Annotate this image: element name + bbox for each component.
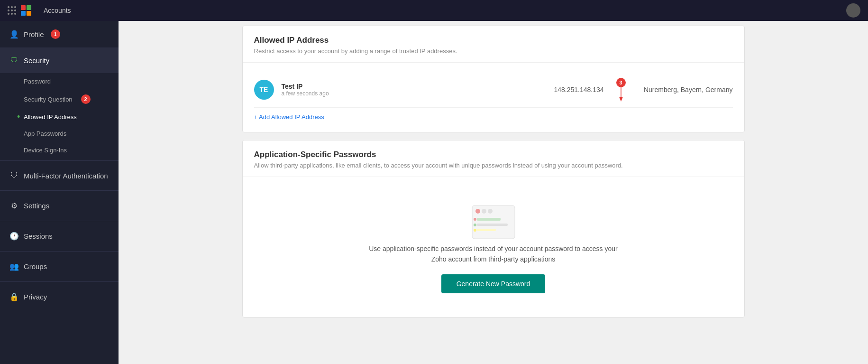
user-avatar[interactable]: [846, 3, 860, 18]
sessions-icon: 🕐: [9, 232, 19, 241]
svg-rect-10: [477, 218, 501, 221]
empty-state-text: Use application-specific passwords inste…: [369, 243, 617, 265]
annotation-badge-2: 2: [81, 94, 91, 104]
annotation-3-area: 3: [612, 78, 630, 102]
app-passwords-card: Application-Specific Passwords Allow thi…: [242, 140, 745, 317]
sidebar-item-profile[interactable]: 👤 Profile 1: [0, 21, 119, 47]
allowed-ip-subtitle: Restrict access to your account by addin…: [254, 47, 733, 55]
allowed-ip-title: Allowed IP Address: [254, 36, 733, 45]
allowed-ip-label: Allowed IP Address: [24, 113, 77, 121]
ip-info: Test IP a few seconds ago: [282, 83, 329, 97]
sidebar-sub-app-passwords[interactable]: App Passwords: [0, 125, 119, 142]
sidebar-item-security[interactable]: 🛡 Security: [0, 47, 119, 73]
annotation-badge-3: 3: [616, 78, 626, 87]
empty-text-line2: Zoho account from third-party applicatio…: [431, 255, 555, 263]
sidebar-item-groups[interactable]: 👥 Groups: [0, 253, 119, 280]
groups-icon: 👥: [9, 262, 19, 271]
empty-state: Use application-specific passwords inste…: [254, 187, 733, 308]
password-label: Password: [24, 78, 51, 85]
svg-rect-12: [477, 229, 496, 231]
sidebar-item-settings[interactable]: ⚙ Settings: [0, 193, 119, 219]
sidebar-sub-password[interactable]: Password: [0, 73, 119, 90]
ip-entry-row: TE Test IP a few seconds ago 148.251.148…: [254, 72, 733, 108]
sidebar-item-sessions[interactable]: 🕐 Sessions: [0, 223, 119, 249]
shield-icon: 🛡: [9, 56, 19, 65]
security-question-label: Security Question: [24, 96, 73, 103]
topbar: Accounts: [0, 0, 868, 21]
main-content: Allowed IP Address Restrict access to yo…: [119, 21, 868, 364]
svg-point-13: [474, 218, 476, 221]
allowed-ip-card: Allowed IP Address Restrict access to yo…: [242, 26, 745, 132]
privacy-icon: 🔒: [9, 292, 19, 301]
app-passwords-title: Application-Specific Passwords: [254, 150, 733, 159]
annotation-arrow-3: [616, 87, 626, 102]
add-ip-label: + Add Allowed IP Address: [254, 113, 324, 121]
sidebar-sub-allowed-ip[interactable]: Allowed IP Address: [0, 109, 119, 125]
svg-marker-5: [619, 97, 623, 102]
allowed-ip-body: TE Test IP a few seconds ago 148.251.148…: [243, 63, 744, 132]
svg-point-14: [474, 224, 476, 226]
ip-location: Nuremberg, Bayern, Germany: [638, 86, 733, 93]
generate-password-button[interactable]: Generate New Password: [441, 274, 546, 293]
empty-text-line1: Use application-specific passwords inste…: [369, 245, 617, 252]
svg-rect-3: [27, 11, 31, 16]
grid-menu-icon[interactable]: [8, 6, 16, 15]
user-icon: 👤: [9, 30, 19, 39]
svg-point-8: [482, 209, 486, 214]
empty-state-illustration: [467, 201, 520, 243]
svg-point-9: [488, 209, 493, 214]
svg-rect-11: [477, 224, 508, 226]
app-passwords-label: App Passwords: [24, 130, 66, 137]
sidebar-profile-label: Profile: [24, 30, 44, 38]
sidebar-item-privacy[interactable]: 🔒 Privacy: [0, 284, 119, 310]
device-signins-label: Device Sign-Ins: [24, 147, 67, 154]
ip-address: 148.251.148.134: [554, 86, 603, 93]
app-passwords-body: Use application-specific passwords inste…: [243, 177, 744, 317]
logo: Accounts: [21, 5, 71, 16]
sessions-label: Sessions: [24, 232, 53, 240]
settings-label: Settings: [24, 202, 49, 210]
sidebar-item-mfa[interactable]: 🛡 Multi-Factor Authentication: [0, 163, 119, 188]
svg-rect-0: [21, 5, 26, 10]
annotation-badge-1: 1: [51, 29, 60, 39]
allowed-ip-header: Allowed IP Address Restrict access to yo…: [243, 26, 744, 63]
settings-icon: ⚙: [9, 201, 19, 210]
mfa-icon: 🛡: [9, 171, 19, 180]
security-sub-menu: Password Security Question 2 Allowed IP …: [0, 73, 119, 159]
mfa-label: Multi-Factor Authentication: [24, 172, 108, 180]
svg-rect-1: [27, 5, 31, 10]
sidebar-sub-security-question[interactable]: Security Question 2: [0, 90, 119, 109]
ip-time: a few seconds ago: [282, 90, 329, 97]
app-name: Accounts: [44, 7, 71, 14]
app-passwords-header: Application-Specific Passwords Allow thi…: [243, 140, 744, 177]
ip-name: Test IP: [282, 83, 329, 90]
svg-point-7: [475, 209, 480, 214]
zoho-logo-svg: [21, 5, 39, 16]
svg-point-15: [474, 229, 476, 232]
ip-avatar: TE: [254, 80, 274, 100]
privacy-label: Privacy: [24, 293, 47, 301]
app-passwords-subtitle: Allow third-party applications, like ema…: [254, 162, 733, 169]
add-ip-link[interactable]: + Add Allowed IP Address: [254, 108, 733, 122]
svg-rect-2: [21, 11, 26, 16]
groups-label: Groups: [24, 262, 47, 271]
sidebar-security-label: Security: [24, 56, 49, 65]
sidebar: 👤 Profile 1 🛡 Security Password Security…: [0, 21, 119, 364]
sidebar-sub-device-signins[interactable]: Device Sign-Ins: [0, 142, 119, 159]
